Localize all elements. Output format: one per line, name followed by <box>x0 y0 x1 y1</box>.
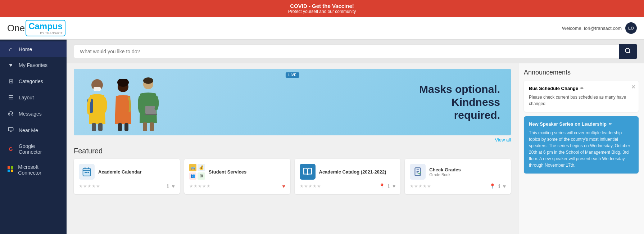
hero-figures <box>85 73 160 131</box>
card-top-student-services: 🚌 💰 👥 ⊞ Student Services <box>189 164 285 180</box>
svg-rect-29 <box>86 172 88 173</box>
header: One Campus BY TRANSACT Welcome, lori@tra… <box>0 17 644 40</box>
banner-title: COVID - Get the Vaccine! <box>0 3 644 9</box>
hero-person-3 <box>137 77 160 131</box>
sidebar-item-google-connector[interactable]: G Google Connector <box>0 139 67 159</box>
right-panel: Announcements ✕ Bus Schedule Change ✏ Pl… <box>518 63 644 234</box>
hero-banner: Masks optional. Kindness required. LIVE <box>74 69 511 135</box>
card-bottom-4: ★★★★★ 📍 ℹ ♥ <box>410 183 506 189</box>
card-name-student-services: Student Services <box>209 169 247 175</box>
hero-line1: Masks optional. <box>160 83 500 96</box>
svg-rect-6 <box>11 170 13 172</box>
featured-card-academic-catalog[interactable]: Academic Catalog (2021-2022) ★★★★★ 📍 ℹ ♥ <box>295 159 401 194</box>
search-area <box>67 40 644 63</box>
sidebar-label-layout: Layout <box>19 95 34 100</box>
featured-card-check-grades[interactable]: Check Grades Grade Book ★★★★★ 📍 ℹ ♥ <box>405 159 511 194</box>
hero-person-2 <box>112 79 135 131</box>
announcement-card-speaker-series: New Speaker Series on Leadership ✏ This … <box>524 116 639 174</box>
card-top-academic-calendar: Academic Calendar <box>79 164 175 180</box>
ann-text-speaker: This exciting series will cover multiple… <box>529 130 634 168</box>
sidebar-item-home[interactable]: ⌂ Home <box>0 41 67 57</box>
sidebar-item-categories[interactable]: ⊞ Categories <box>0 73 67 89</box>
main-layout: ⌂ Home ♥ My Favorites ⊞ Categories ☰ Lay… <box>0 40 644 234</box>
sidebar-label-near-me: Near Me <box>19 127 38 133</box>
svg-rect-5 <box>8 170 10 172</box>
svg-line-8 <box>629 52 630 53</box>
sidebar-label-microsoft: Microsoft Connector <box>18 164 59 176</box>
svg-point-7 <box>625 48 630 53</box>
logo-by: BY TRANSACT <box>28 31 63 35</box>
calendar-icon <box>79 164 95 180</box>
ann-title-bus: Bus Schedule Change ✏ <box>529 86 634 91</box>
heart-icon: ♥ <box>7 62 14 68</box>
announcement-card-bus-schedule: ✕ Bus Schedule Change ✏ Please check cur… <box>524 81 639 112</box>
sidebar-item-messages[interactable]: Messages <box>0 105 67 122</box>
stars-2: ★★★★★ <box>189 184 211 189</box>
sidebar-label-home: Home <box>19 46 32 52</box>
near-me-icon <box>7 127 14 134</box>
favorite-icon-3[interactable]: ♥ <box>393 183 395 189</box>
layout-icon: ☰ <box>7 94 14 101</box>
favorite-icon-4[interactable]: ♥ <box>503 183 506 189</box>
content-body: Masks optional. Kindness required. LIVE … <box>67 63 644 234</box>
hero-text: Masks optional. Kindness required. <box>160 83 500 122</box>
svg-point-19 <box>143 77 153 84</box>
ss-icon-people: 👥 <box>189 172 197 180</box>
favorite-icon-1[interactable]: ♥ <box>172 183 174 189</box>
location-icon-3[interactable]: 📍 <box>379 183 385 189</box>
featured-card-student-services[interactable]: 🚌 💰 👥 ⊞ Student Services ★★★★★ <box>184 159 290 194</box>
home-icon: ⌂ <box>7 46 14 53</box>
featured-card-academic-calendar[interactable]: Academic Calendar ★★★★★ ℹ ♥ <box>74 159 180 194</box>
card-name-check-grades: Check Grades Grade Book <box>429 167 461 177</box>
close-button-bus[interactable]: ✕ <box>631 84 636 90</box>
edit-icon-bus[interactable]: ✏ <box>580 86 584 91</box>
card-bottom-3: ★★★★★ 📍 ℹ ♥ <box>300 183 396 189</box>
calendar-svg <box>82 167 92 177</box>
logo-one: One <box>7 23 25 34</box>
svg-rect-21 <box>145 114 157 115</box>
banner-subtitle: Protect yourself and our community <box>0 9 644 14</box>
logo[interactable]: One Campus BY TRANSACT <box>7 20 65 36</box>
location-icon-4[interactable]: 📍 <box>489 183 495 189</box>
featured-grid: Academic Calendar ★★★★★ ℹ ♥ <box>74 159 511 194</box>
logo-campus-bubble: Campus BY TRANSACT <box>26 20 65 36</box>
svg-rect-10 <box>94 87 101 91</box>
grades-icon <box>410 164 426 180</box>
announcements-title: Announcements <box>524 69 639 76</box>
sidebar-item-microsoft-connector[interactable]: Microsoft Connector <box>0 159 67 180</box>
book-icon <box>300 164 316 180</box>
svg-rect-30 <box>88 172 90 173</box>
sidebar: ⌂ Home ♥ My Favorites ⊞ Categories ☰ Lay… <box>0 40 67 234</box>
student-services-icon-grid: 🚌 💰 👥 ⊞ <box>189 164 205 180</box>
avatar-initials: LO <box>628 26 634 30</box>
logo-campus-text: Campus <box>28 21 63 31</box>
sidebar-item-layout[interactable]: ☰ Layout <box>0 89 67 105</box>
card-bottom-2: ★★★★★ ♥ <box>189 183 285 189</box>
view-all-link[interactable]: View all <box>74 137 511 143</box>
grid-icon: ⊞ <box>7 78 14 85</box>
hero-line3: required. <box>160 109 500 122</box>
google-icon: G <box>7 146 14 152</box>
search-input[interactable] <box>74 45 619 58</box>
search-button[interactable] <box>619 44 637 59</box>
sidebar-item-near-me[interactable]: Near Me <box>0 122 67 139</box>
info-icon-1[interactable]: ℹ <box>167 183 169 189</box>
info-icon-4[interactable]: ℹ <box>498 183 500 189</box>
book-svg <box>303 167 312 176</box>
ann-text-bus: Please check current bus schedules as ma… <box>529 94 634 107</box>
microsoft-icon <box>7 166 14 174</box>
hero-line2: Kindness <box>160 96 500 109</box>
hero-person-1 <box>85 77 110 131</box>
favorite-icon-2[interactable]: ♥ <box>282 183 285 189</box>
ann-title-speaker: New Speaker Series on Leadership ✏ <box>529 121 634 127</box>
svg-rect-22 <box>143 122 147 131</box>
edit-icon-speaker[interactable]: ✏ <box>609 122 612 126</box>
top-banner: COVID - Get the Vaccine! Protect yoursel… <box>0 0 644 17</box>
card-top-academic-catalog: Academic Catalog (2021-2022) <box>300 164 396 180</box>
info-icon-3[interactable]: ℹ <box>388 183 390 189</box>
svg-rect-20 <box>145 106 156 114</box>
avatar[interactable]: LO <box>625 22 637 34</box>
sidebar-item-my-favorites[interactable]: ♥ My Favorites <box>0 57 67 73</box>
welcome-text: Welcome, lori@transact.com <box>562 26 622 31</box>
sidebar-label-google: Google Connector <box>19 143 59 155</box>
